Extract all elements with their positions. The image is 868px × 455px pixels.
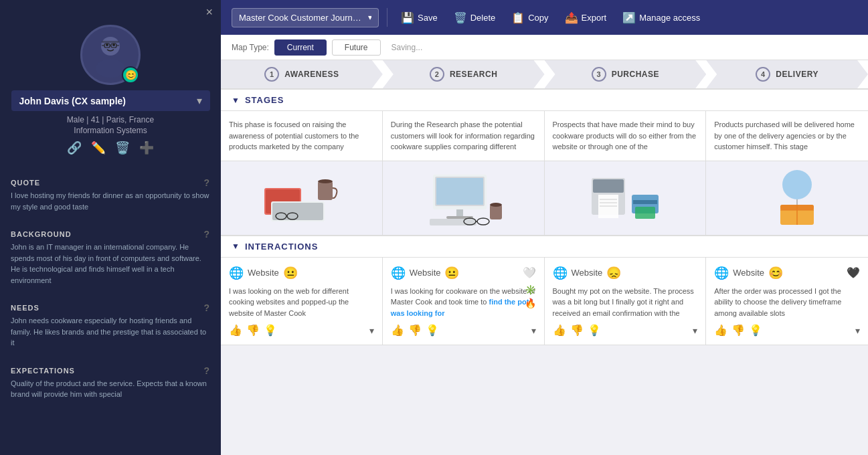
svg-rect-37 <box>633 200 657 204</box>
persona-mood-badge: 😊 <box>122 66 139 84</box>
stage-num-3: 3 <box>592 67 606 82</box>
map-type-current-button[interactable]: Current <box>274 39 327 56</box>
export-button[interactable]: 📤 Export <box>559 7 612 28</box>
svg-rect-28 <box>490 205 502 219</box>
stage-delivery[interactable]: 4 DELIVERY <box>706 60 868 88</box>
stage-desc-4: Products purchased will be delivered hom… <box>706 111 868 161</box>
vote-icons-3: 👍 👎 💡 <box>553 324 601 337</box>
save-button[interactable]: 💾 Save <box>396 7 443 28</box>
background-section: BACKGROUND ? John is an IT manager in an… <box>0 225 221 290</box>
expand-button-4[interactable]: ▾ <box>855 325 860 336</box>
sidebar: × 😊 John Davis (CX sample) ▾ <box>0 0 221 455</box>
smiley-icon-2: 😐 <box>444 266 459 280</box>
int-header-1: 🌐 Website 😐 <box>229 266 374 280</box>
fire-icon-2: 🔥 <box>525 298 536 308</box>
manage-access-label: Manage access <box>639 13 700 23</box>
title-caret-icon: ▾ <box>368 13 371 22</box>
link-icon[interactable]: 🔗 <box>67 141 82 155</box>
needs-section: NEEDS ? John needs cookware especially f… <box>0 298 221 353</box>
manage-access-button[interactable]: ↗️ Manage access <box>617 7 705 28</box>
svg-point-0 <box>101 37 120 56</box>
bulb-icon-1[interactable]: 💡 <box>264 324 277 337</box>
interactions-section-header: ▼ INTERACTIONS <box>221 236 868 258</box>
topbar-separator <box>387 8 387 27</box>
copy-button[interactable]: 📋 Copy <box>506 7 553 28</box>
stage-desc-2: During the Research phase the potential … <box>383 111 545 161</box>
stage-image-3 <box>545 161 707 235</box>
stage-label-3: PURCHASE <box>612 70 659 79</box>
smiley-icon-4: 😊 <box>768 266 783 280</box>
expectations-section: EXPECTATIONS ? Quality of the product an… <box>0 361 221 404</box>
main-content: Master Cook Customer Journey (CX S... ▾ … <box>221 0 868 455</box>
int-label-2: Website <box>410 268 441 278</box>
needs-title: NEEDS <box>11 304 39 312</box>
map-type-label: Map Type: <box>232 43 269 52</box>
journey-title-text: Master Cook Customer Journey (CX S... <box>239 13 365 23</box>
expand-button-3[interactable]: ▾ <box>693 325 697 336</box>
save-icon: 💾 <box>401 11 414 24</box>
svg-rect-4 <box>102 41 119 43</box>
int-header-4: 🌐 Website 😊 🖤 <box>714 266 860 280</box>
heart-icon-4[interactable]: 🖤 <box>847 266 860 279</box>
stage-awareness[interactable]: 1 AWARENESS <box>221 60 383 88</box>
svg-rect-21 <box>436 178 483 205</box>
interaction-card-4: 🌐 Website 😊 🖤 After the order was proces… <box>706 258 868 345</box>
thumbdown-icon-4[interactable]: 👎 <box>731 324 745 337</box>
thumbdown-icon-1[interactable]: 👎 <box>246 324 260 337</box>
int-footer-1: 👍 👎 💡 ▾ <box>229 324 374 337</box>
int-footer-2: 👍 👎 💡 ▾ <box>391 324 536 337</box>
thumbup-icon-4[interactable]: 👍 <box>714 324 727 337</box>
saving-indicator: Saving... <box>392 43 423 52</box>
int-body-4: After the order was processed I got the … <box>714 286 860 319</box>
persona-dropdown-icon[interactable]: ▾ <box>197 94 202 107</box>
thumbup-icon-2[interactable]: 👍 <box>391 324 404 337</box>
persona-name-row: John Davis (CX sample) ▾ <box>11 90 210 111</box>
svg-rect-38 <box>635 207 655 219</box>
svg-rect-17 <box>318 181 333 200</box>
bulb-icon-3[interactable]: 💡 <box>588 324 601 337</box>
int-body-3: Bought my pot on the website. The proces… <box>553 286 698 319</box>
edit-icon[interactable]: ✏️ <box>91 141 106 155</box>
stages-section-title: STAGES <box>245 95 284 105</box>
svg-rect-31 <box>593 179 624 193</box>
delete-button[interactable]: 🗑️ Delete <box>448 7 501 28</box>
delete-icon[interactable]: 🗑️ <box>115 141 130 155</box>
expand-button-2[interactable]: ▾ <box>531 325 536 336</box>
thumbup-icon-3[interactable]: 👍 <box>553 324 566 337</box>
copy-icon: 📋 <box>511 11 525 24</box>
int-label-4: Website <box>733 268 764 278</box>
globe-icon-1: 🌐 <box>229 266 244 280</box>
stage-label-1: AWARENESS <box>284 70 339 79</box>
needs-text: John needs cookware especially for hosti… <box>11 315 210 349</box>
bulb-icon-2[interactable]: 💡 <box>426 324 439 337</box>
quote-help-icon[interactable]: ? <box>203 177 210 188</box>
stages-chevron-icon[interactable]: ▼ <box>232 96 240 105</box>
svg-rect-22 <box>456 209 463 216</box>
add-icon[interactable]: ➕ <box>139 141 154 155</box>
map-type-future-button[interactable]: Future <box>332 39 381 56</box>
background-help-icon[interactable]: ? <box>203 229 210 240</box>
int-footer-3: 👍 👎 💡 ▾ <box>553 324 698 337</box>
quote-text: I love hosting my friends for dinner as … <box>11 190 210 212</box>
close-button[interactable]: × <box>197 0 221 25</box>
stage-research[interactable]: 2 RESEARCH <box>383 60 545 88</box>
needs-help-icon[interactable]: ? <box>203 302 210 313</box>
expectations-help-icon[interactable]: ? <box>203 365 210 376</box>
persona-actions: 🔗 ✏️ 🗑️ ➕ <box>67 141 154 155</box>
svg-point-29 <box>490 203 502 207</box>
thumbdown-icon-2[interactable]: 👎 <box>408 324 422 337</box>
map-type-row: Map Type: Current Future Saving... <box>221 35 868 60</box>
bulb-icon-4[interactable]: 💡 <box>749 324 762 337</box>
thumbup-icon-1[interactable]: 👍 <box>229 324 242 337</box>
smiley-icon-1: 😐 <box>283 266 298 280</box>
journey-title-button[interactable]: Master Cook Customer Journey (CX S... ▾ <box>232 8 379 27</box>
stage-label-2: RESEARCH <box>450 70 497 79</box>
expand-button-1[interactable]: ▾ <box>369 325 374 336</box>
topbar: Master Cook Customer Journey (CX S... ▾ … <box>221 0 868 35</box>
thumbdown-icon-3[interactable]: 👎 <box>570 324 584 337</box>
stage-purchase[interactable]: 3 PURCHASE <box>545 60 707 88</box>
interaction-card-2: 🌐 Website 😐 🤍 I was looking for cookware… <box>383 258 545 345</box>
heart-icon-2[interactable]: 🤍 <box>523 266 536 279</box>
interactions-chevron-icon[interactable]: ▼ <box>232 242 240 251</box>
int-footer-4: 👍 👎 💡 ▾ <box>714 324 860 337</box>
